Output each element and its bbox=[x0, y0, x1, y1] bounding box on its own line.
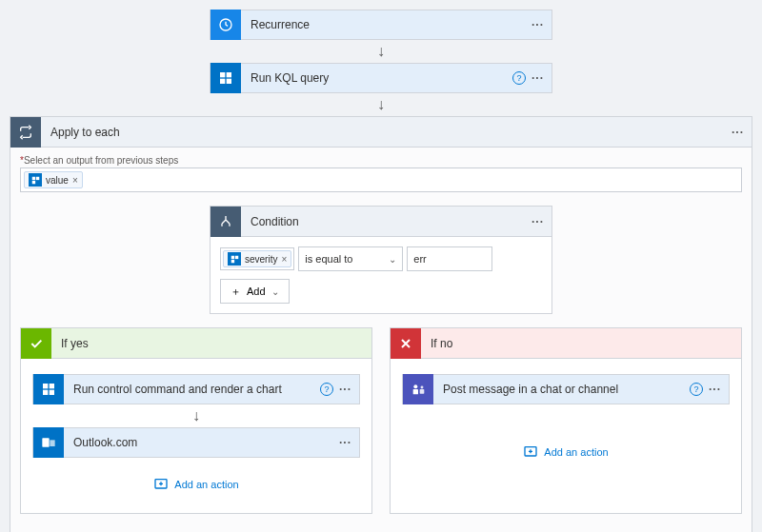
svg-rect-14 bbox=[50, 390, 54, 395]
step-title: Run KQL query bbox=[241, 71, 512, 85]
remove-token-icon[interactable]: × bbox=[281, 254, 287, 265]
arrow-down-icon: ↓ bbox=[32, 404, 360, 427]
token-label: severity bbox=[245, 254, 277, 265]
plus-icon: ＋ bbox=[231, 285, 241, 299]
more-icon[interactable]: ··· bbox=[709, 383, 721, 396]
svg-rect-1 bbox=[220, 72, 225, 77]
apply-to-each-header[interactable]: Apply to each ··· bbox=[10, 117, 752, 148]
add-condition-button[interactable]: ＋ Add ⌄ bbox=[220, 279, 290, 304]
step-recurrence[interactable]: Recurrence ··· bbox=[210, 10, 552, 40]
add-action-icon bbox=[153, 477, 169, 492]
add-label: Add bbox=[247, 286, 266, 297]
foreach-icon bbox=[10, 117, 41, 148]
dynamic-content-icon bbox=[228, 252, 241, 266]
condition-left-operand[interactable]: severity × bbox=[220, 247, 294, 270]
branch-header[interactable]: If no bbox=[391, 328, 741, 359]
step-post-teams-message[interactable]: Post message in a chat or channel ? ··· bbox=[402, 374, 730, 404]
add-action-label: Add an action bbox=[174, 479, 238, 490]
output-selector-field[interactable]: value × bbox=[20, 167, 742, 192]
arrow-down-icon: ↓ bbox=[10, 40, 752, 63]
operator-value: is equal to bbox=[305, 253, 352, 265]
add-action-button[interactable]: Add an action bbox=[402, 439, 730, 465]
teams-icon bbox=[403, 374, 433, 404]
branch-title: If yes bbox=[51, 337, 371, 350]
svg-rect-12 bbox=[50, 384, 54, 388]
step-title: Post message in a chat or channel bbox=[433, 383, 690, 396]
svg-point-19 bbox=[421, 386, 424, 389]
more-icon[interactable]: ··· bbox=[531, 71, 544, 85]
dynamic-content-icon bbox=[29, 173, 42, 187]
svg-rect-2 bbox=[227, 72, 231, 77]
arrow-down-icon: ↓ bbox=[10, 93, 752, 116]
condition-icon bbox=[211, 207, 241, 237]
svg-rect-4 bbox=[227, 79, 231, 84]
svg-rect-7 bbox=[31, 180, 34, 183]
step-condition: Condition ··· severity × is equal t bbox=[210, 206, 552, 314]
branch-header[interactable]: If yes bbox=[21, 328, 371, 359]
help-icon[interactable]: ? bbox=[690, 383, 703, 396]
step-outlook[interactable]: Outlook.com ··· bbox=[32, 427, 360, 458]
branch-if-yes: If yes Run control command and render a … bbox=[20, 327, 372, 514]
condition-header[interactable]: Condition ··· bbox=[211, 207, 551, 237]
chevron-down-icon: ⌄ bbox=[389, 254, 396, 265]
token-severity[interactable]: severity × bbox=[223, 250, 291, 267]
chevron-down-icon: ⌄ bbox=[271, 286, 279, 297]
add-action-label: Add an action bbox=[544, 446, 608, 458]
add-action-icon bbox=[523, 444, 538, 460]
remove-token-icon[interactable]: × bbox=[72, 175, 78, 186]
more-icon[interactable]: ··· bbox=[531, 215, 544, 228]
cross-icon bbox=[391, 328, 421, 359]
azure-data-explorer-icon bbox=[33, 374, 64, 404]
condition-value-text: err bbox=[413, 253, 426, 265]
condition-value-input[interactable]: err bbox=[407, 246, 492, 271]
condition-operator-select[interactable]: is equal to ⌄ bbox=[298, 246, 403, 271]
add-action-button[interactable]: Add an action bbox=[32, 471, 360, 498]
branch-title: If no bbox=[421, 337, 741, 350]
svg-rect-20 bbox=[420, 389, 425, 394]
svg-rect-15 bbox=[42, 438, 49, 446]
svg-rect-11 bbox=[43, 384, 48, 388]
check-icon bbox=[21, 328, 51, 359]
help-icon[interactable]: ? bbox=[320, 383, 333, 396]
svg-rect-8 bbox=[231, 255, 233, 258]
recurrence-icon bbox=[211, 10, 241, 40]
more-icon[interactable]: ··· bbox=[732, 126, 744, 139]
svg-rect-5 bbox=[31, 176, 34, 179]
step-title: Condition bbox=[241, 215, 531, 228]
step-title: Run control command and render a chart bbox=[64, 383, 320, 396]
svg-rect-10 bbox=[231, 259, 233, 262]
svg-rect-13 bbox=[43, 390, 48, 395]
more-icon[interactable]: ··· bbox=[531, 18, 544, 31]
help-icon[interactable]: ? bbox=[512, 71, 526, 85]
svg-point-17 bbox=[413, 384, 417, 388]
step-run-control-command[interactable]: Run control command and render a chart ?… bbox=[32, 374, 360, 404]
step-apply-to-each: Apply to each ··· *Select an output from… bbox=[10, 116, 752, 532]
field-label: *Select an output from previous steps bbox=[20, 155, 742, 166]
more-icon[interactable]: ··· bbox=[339, 436, 351, 449]
step-run-kql[interactable]: Run KQL query ? ··· bbox=[210, 63, 552, 93]
svg-rect-9 bbox=[234, 255, 237, 258]
svg-rect-3 bbox=[220, 79, 225, 84]
step-title: Recurrence bbox=[241, 18, 531, 31]
token-label: value bbox=[46, 175, 69, 186]
token-value[interactable]: value × bbox=[24, 171, 83, 188]
more-icon[interactable]: ··· bbox=[339, 383, 351, 396]
branch-if-no: If no Post message in a chat or channel … bbox=[390, 327, 742, 514]
svg-rect-6 bbox=[35, 176, 38, 179]
step-title: Outlook.com bbox=[64, 436, 339, 449]
outlook-icon bbox=[33, 427, 64, 458]
svg-rect-18 bbox=[413, 389, 418, 394]
azure-data-explorer-icon bbox=[211, 63, 241, 93]
step-title: Apply to each bbox=[41, 126, 732, 139]
